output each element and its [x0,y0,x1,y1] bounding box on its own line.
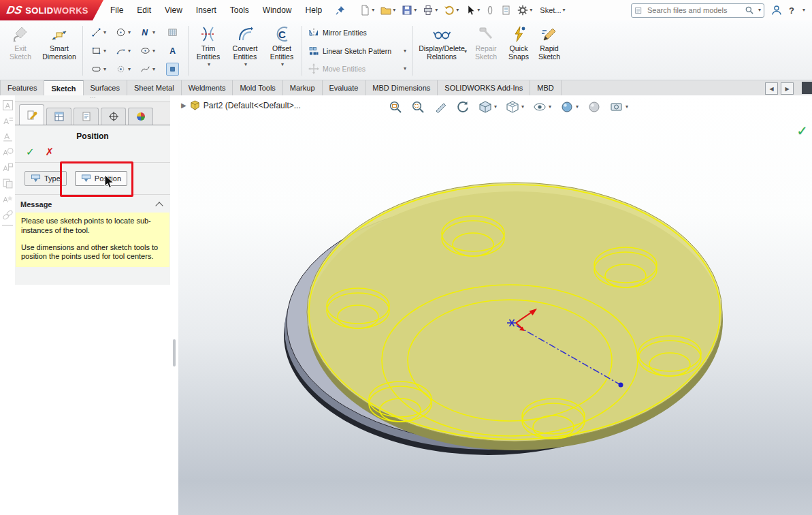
search-box[interactable]: ▾ [631,3,764,18]
ellipse-tool-button[interactable]: ▾ [139,44,157,57]
tab-mbd-dimensions[interactable]: MBD Dimensions [366,80,438,95]
view-settings-button[interactable]: ▾ [609,99,629,114]
copy-format-icon[interactable] [2,178,14,189]
collapse-chevron-icon[interactable] [155,202,163,209]
trim-entities-button[interactable]: Trim Entities ▾ [191,22,226,80]
message-group-header[interactable]: Message [15,195,170,211]
arc-caret-icon[interactable]: ▾ [128,48,131,54]
slot-caret-icon[interactable]: ▾ [103,67,106,72]
tab-evaluate[interactable]: Evaluate [323,80,366,95]
breadcrumb[interactable]: ▶ Part2 (Default<<Default>... [181,100,301,110]
search-input[interactable] [646,5,742,15]
previous-view-button[interactable] [455,99,470,114]
annotation-style-icon[interactable]: A [2,99,14,111]
spline-n-caret-icon[interactable]: ▾ [152,30,155,35]
tab-markup[interactable]: Markup [283,80,323,95]
options-caret-icon[interactable]: ▾ [530,7,532,13]
select-button[interactable]: ▾ [463,3,482,17]
position-tab-button[interactable]: Position [75,171,127,186]
ellipse-caret-icon[interactable]: ▾ [152,48,155,54]
line-tool-button[interactable]: ▾ [90,26,108,39]
convert-caret-icon[interactable]: ▾ [244,62,247,67]
breadcrumb-part-name[interactable]: Part2 (Default<<Default>... [204,101,301,110]
new-caret-icon[interactable]: ▾ [372,7,374,13]
apply-scene-button[interactable] [587,99,602,114]
ok-button[interactable]: ✓ [26,146,35,157]
line-caret-icon[interactable]: ▾ [103,30,106,35]
exit-sketch-button[interactable]: Exit Sketch [3,22,38,80]
linear-sketch-pattern-button[interactable]: Linear Sketch Pattern ▾ [306,44,409,58]
clipboard-options-icon[interactable] [498,3,513,17]
view-orientation-caret-icon[interactable]: ▾ [494,104,497,110]
text-tool-button[interactable]: A [166,44,179,57]
spline-caret-icon[interactable]: ▾ [152,67,155,72]
menu-tools[interactable]: Tools [223,0,256,20]
display-style-button[interactable]: ▾ [505,99,525,114]
menu-edit[interactable]: Edit [130,0,158,20]
tab-scroll-left-button[interactable]: ◀ [765,82,778,95]
propertymanager-tab[interactable] [19,104,44,125]
menu-view[interactable]: View [158,0,189,20]
sketch-dropdown-caret-icon[interactable]: ▾ [563,7,566,13]
tab-scroll-right-button[interactable]: ▶ [781,82,794,95]
save-button[interactable]: ▾ [400,3,419,17]
display-relations-caret-icon[interactable]: ▾ [464,49,467,54]
undo-button[interactable]: ▾ [442,3,461,17]
tab-solidworks-add-ins[interactable]: SOLIDWORKS Add-Ins [438,80,530,95]
cancel-button[interactable]: ✗ [46,146,54,157]
tab-weldments[interactable]: Weldments [182,80,233,95]
menu-file[interactable]: File [103,0,130,20]
feature-tree-flyout-icon[interactable]: ▶ [181,102,186,109]
quick-snaps-button[interactable]: Quick Snaps [504,22,534,80]
dimxpert-manager-tab[interactable] [101,108,126,125]
display-manager-tab[interactable] [128,108,153,125]
trim-caret-icon[interactable]: ▾ [208,62,210,67]
offset-entities-button[interactable]: C Offset Entities ▾ [264,22,299,80]
help-button[interactable]: ? [789,5,794,16]
type-tab-button[interactable]: Type [25,171,67,186]
hide-show-items-button[interactable]: ▾ [532,99,552,114]
search-caret-icon[interactable]: ▾ [758,7,761,13]
arc-tool-button[interactable]: ▾ [114,44,132,57]
menu-insert[interactable]: Insert [189,0,223,20]
sketch-point[interactable] [619,383,623,388]
move-caret-icon[interactable]: ▾ [404,66,406,72]
print-caret-icon[interactable]: ▾ [435,7,438,13]
hide-show-caret-icon[interactable]: ▾ [549,104,551,110]
zoom-fit-button[interactable] [388,99,403,114]
spline-tool-button[interactable]: ▾ [139,63,157,76]
active-point-tool-button[interactable] [166,63,179,76]
tab-mold-tools[interactable]: Mold Tools [233,80,282,95]
tab-surfaces[interactable]: Surfaces [84,80,127,95]
edit-appearance-button[interactable]: ▾ [559,99,579,114]
flag-note-icon[interactable]: A [2,162,14,174]
linear-pattern-caret-icon[interactable]: ▾ [404,48,406,54]
hyperlink-tool-icon[interactable] [2,209,14,221]
repair-sketch-button[interactable]: Repair Sketch [468,22,504,80]
help-caret-icon[interactable]: ▾ [802,7,805,13]
tab-sheet-metal[interactable]: Sheet Metal [127,80,182,95]
tab-features[interactable]: Features [0,80,44,95]
smart-dimension-button[interactable]: Smart Dimension [38,22,80,80]
display-delete-relations-button[interactable]: Display/Delete Relations ▾ [415,22,468,80]
rectangle-tool-button[interactable]: ▾ [90,44,108,57]
appearance-caret-icon[interactable]: ▾ [576,104,579,110]
splitter-handle[interactable] [173,339,176,366]
menu-window[interactable]: Window [256,0,299,20]
datum-note-icon[interactable]: A [2,193,14,205]
tab-sketch[interactable]: Sketch [44,80,83,95]
menu-help[interactable]: Help [299,0,329,20]
panel-splitter[interactable] [170,95,178,515]
convert-entities-button[interactable]: Convert Entities ▾ [226,22,264,80]
view-settings-caret-icon[interactable]: ▾ [626,104,628,110]
mirror-entities-button[interactable]: Mirror Entities [306,26,409,40]
undo-caret-icon[interactable]: ▾ [456,7,459,13]
linear-note-icon[interactable]: A [2,131,14,142]
circle-caret-icon[interactable]: ▾ [128,30,131,35]
confirmation-corner-check[interactable]: ✓ [796,123,808,139]
move-entities-button[interactable]: Move Entities ▾ [306,62,409,76]
point-tool-button[interactable]: ▾ [114,63,132,76]
section-view-button[interactable] [433,99,448,114]
tab-mbd[interactable]: MBD [530,80,561,95]
sketch-picture-button[interactable] [166,26,179,39]
